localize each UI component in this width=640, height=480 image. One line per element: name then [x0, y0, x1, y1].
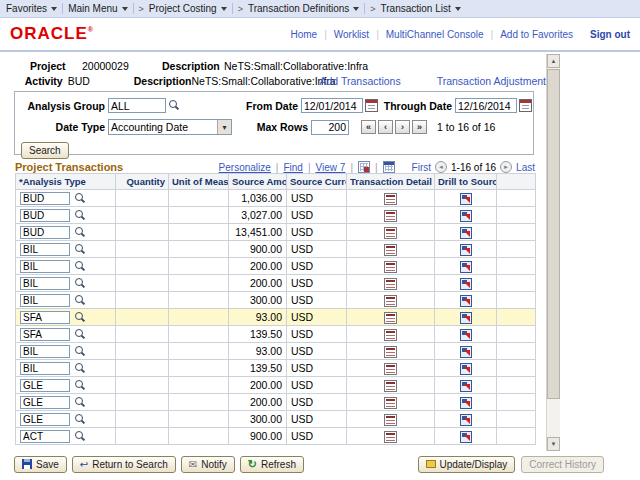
- breadcrumb-transaction-definitions[interactable]: Transaction Definitions: [248, 3, 359, 14]
- transaction-detail-icon[interactable]: [384, 193, 397, 205]
- lookup-icon[interactable]: [74, 328, 86, 341]
- lookup-icon[interactable]: [74, 277, 86, 290]
- lookup-icon[interactable]: [74, 362, 86, 375]
- drill-to-source-icon[interactable]: [460, 329, 472, 341]
- lookup-icon[interactable]: [74, 413, 86, 426]
- first-result-button[interactable]: [361, 120, 376, 134]
- download-grid-icon[interactable]: [358, 161, 370, 173]
- save-button[interactable]: Save: [14, 456, 67, 473]
- table-row[interactable]: 900.00 USD: [16, 428, 536, 445]
- find-link[interactable]: Find: [283, 162, 302, 173]
- transaction-detail-icon[interactable]: [384, 414, 397, 426]
- search-button[interactable]: Search: [21, 142, 69, 159]
- analysis-type-input[interactable]: [20, 243, 70, 256]
- drill-to-source-icon[interactable]: [460, 244, 472, 256]
- transaction-detail-icon[interactable]: [384, 380, 397, 392]
- scroll-down-button[interactable]: [547, 437, 560, 451]
- table-row[interactable]: 139.50 USD: [16, 360, 536, 377]
- lookup-icon[interactable]: [74, 430, 86, 443]
- previous-result-button[interactable]: [378, 120, 393, 134]
- table-row[interactable]: 139.50 USD: [16, 326, 536, 343]
- drill-to-source-icon[interactable]: [460, 363, 472, 375]
- drill-to-source-icon[interactable]: [460, 397, 472, 409]
- breadcrumb-transaction-list[interactable]: Transaction List: [381, 3, 461, 14]
- calendar-icon[interactable]: [519, 99, 532, 112]
- max-rows-input[interactable]: [311, 120, 349, 135]
- analysis-group-input[interactable]: [108, 98, 166, 113]
- breadcrumb-main-menu[interactable]: Main Menu: [68, 3, 127, 14]
- header-link-multichannel-console[interactable]: MultiChannel Console: [386, 29, 484, 40]
- table-row[interactable]: 300.00 USD: [16, 411, 536, 428]
- header-link-worklist[interactable]: Worklist: [334, 29, 369, 40]
- last-result-button[interactable]: [412, 120, 427, 134]
- through-date-input[interactable]: [455, 98, 517, 113]
- analysis-type-input[interactable]: [20, 192, 70, 205]
- transaction-detail-icon[interactable]: [384, 244, 397, 256]
- lookup-icon[interactable]: [74, 379, 86, 392]
- scroll-thumb[interactable]: [547, 69, 560, 399]
- lookup-icon[interactable]: [168, 99, 180, 112]
- analysis-type-input[interactable]: [20, 413, 70, 426]
- table-row[interactable]: 200.00 USD: [16, 275, 536, 292]
- analysis-type-input[interactable]: [20, 430, 70, 443]
- table-row[interactable]: 900.00 USD: [16, 241, 536, 258]
- table-row[interactable]: 1,036.00 USD: [16, 190, 536, 207]
- transaction-detail-icon[interactable]: [384, 278, 397, 290]
- vertical-scrollbar[interactable]: [546, 54, 560, 451]
- calendar-icon[interactable]: [365, 99, 378, 112]
- drill-to-source-icon[interactable]: [460, 312, 472, 324]
- analysis-type-input[interactable]: [20, 345, 70, 358]
- sign-out-link[interactable]: Sign out: [590, 29, 630, 40]
- analysis-type-input[interactable]: [20, 277, 70, 290]
- drill-to-source-icon[interactable]: [460, 193, 472, 205]
- lookup-icon[interactable]: [74, 311, 86, 324]
- header-link-home[interactable]: Home: [290, 29, 317, 40]
- analysis-type-input[interactable]: [20, 362, 70, 375]
- transaction-detail-icon[interactable]: [384, 227, 397, 239]
- drill-to-source-icon[interactable]: [460, 210, 472, 222]
- drill-to-source-icon[interactable]: [460, 227, 472, 239]
- drill-to-source-icon[interactable]: [460, 295, 472, 307]
- drill-to-source-icon[interactable]: [460, 261, 472, 273]
- table-row[interactable]: 93.00 USD: [16, 309, 536, 326]
- lookup-icon[interactable]: [74, 226, 86, 239]
- update-display-button[interactable]: Update/Display: [418, 456, 516, 473]
- popout-grid-icon[interactable]: [383, 161, 395, 173]
- first-page-link[interactable]: First: [412, 162, 431, 173]
- date-type-select[interactable]: Accounting Date: [108, 119, 232, 135]
- analysis-type-input[interactable]: [20, 260, 70, 273]
- transaction-detail-icon[interactable]: [384, 346, 397, 358]
- refresh-button[interactable]: Refresh: [240, 456, 304, 473]
- transaction-detail-icon[interactable]: [384, 431, 397, 443]
- analysis-type-input[interactable]: [20, 328, 70, 341]
- lookup-icon[interactable]: [74, 345, 86, 358]
- transaction-detail-icon[interactable]: [384, 397, 397, 409]
- analysis-type-input[interactable]: [20, 396, 70, 409]
- return-to-search-button[interactable]: Return to Search: [72, 456, 176, 473]
- lookup-icon[interactable]: [74, 396, 86, 409]
- from-date-input[interactable]: [301, 98, 363, 113]
- drill-to-source-icon[interactable]: [460, 278, 472, 290]
- transaction-detail-icon[interactable]: [384, 329, 397, 341]
- table-row[interactable]: 200.00 USD: [16, 394, 536, 411]
- transaction-detail-icon[interactable]: [384, 295, 397, 307]
- lookup-icon[interactable]: [74, 294, 86, 307]
- notify-button[interactable]: Notify: [181, 456, 235, 473]
- next-result-button[interactable]: [395, 120, 410, 134]
- lookup-icon[interactable]: [74, 243, 86, 256]
- drill-to-source-icon[interactable]: [460, 414, 472, 426]
- drill-to-source-icon[interactable]: [460, 380, 472, 392]
- analysis-type-input[interactable]: [20, 311, 70, 324]
- add-transactions-link[interactable]: Add Transactions: [320, 75, 401, 87]
- drill-to-source-icon[interactable]: [460, 346, 472, 358]
- analysis-type-input[interactable]: [20, 209, 70, 222]
- table-row[interactable]: 300.00 USD: [16, 292, 536, 309]
- transaction-detail-icon[interactable]: [384, 363, 397, 375]
- table-row[interactable]: 3,027.00 USD: [16, 207, 536, 224]
- table-row[interactable]: 93.00 USD: [16, 343, 536, 360]
- last-page-link[interactable]: Last: [516, 162, 535, 173]
- next-page-icon[interactable]: [500, 161, 512, 173]
- analysis-type-input[interactable]: [20, 294, 70, 307]
- lookup-icon[interactable]: [74, 192, 86, 205]
- personalize-link[interactable]: Personalize: [219, 162, 271, 173]
